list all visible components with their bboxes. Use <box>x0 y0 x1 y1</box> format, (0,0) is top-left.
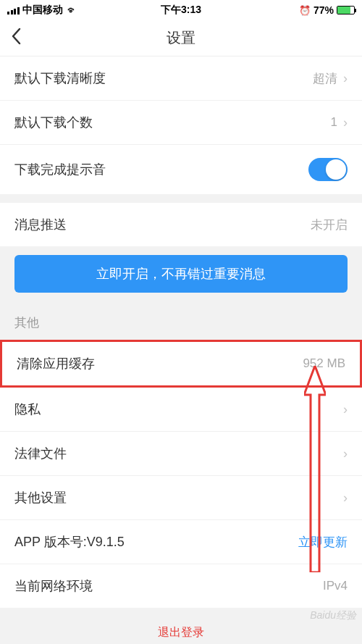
status-bar: 中国移动 ᯤ 下午3:13 ⏰ 77% <box>0 0 362 20</box>
battery-icon <box>337 6 355 14</box>
app-version-item[interactable]: APP 版本号:V9.1.5 立即更新 <box>0 520 362 564</box>
chevron-right-icon: › <box>343 490 348 506</box>
status-left: 中国移动 ᯤ <box>7 4 77 17</box>
download-complete-sound-item: 下载完成提示音 <box>0 145 362 194</box>
setting-value: IPv4 <box>323 579 348 593</box>
chevron-right-icon: › <box>343 402 348 417</box>
alarm-icon: ⏰ <box>299 5 311 16</box>
status-time: 下午3:13 <box>161 4 201 17</box>
setting-label: 法律文件 <box>14 445 67 462</box>
nav-header: 设置 <box>0 20 362 57</box>
setting-label: 其他设置 <box>14 489 67 506</box>
other-settings-group: 清除应用缓存 952 MB 隐私 › 法律文件 › 其他设置 › APP 版本号… <box>0 340 362 608</box>
setting-label: 默认下载清晰度 <box>14 70 106 87</box>
download-sound-toggle[interactable] <box>308 158 348 181</box>
message-push-item[interactable]: 消息推送 未开启 <box>0 203 362 246</box>
setting-value: 952 MB <box>303 356 345 371</box>
watermark: Baidu经验 <box>310 609 356 622</box>
toggle-knob <box>326 159 346 180</box>
page-title: 设置 <box>167 28 195 48</box>
logout-partial-text[interactable]: 退出登录 <box>154 622 208 644</box>
setting-label: 隐私 <box>14 401 41 418</box>
other-settings-item[interactable]: 其他设置 › <box>0 476 362 520</box>
carrier-label: 中国移动 <box>22 4 63 17</box>
chevron-right-icon: › <box>343 115 348 130</box>
setting-label: 下载完成提示音 <box>14 161 106 178</box>
setting-value: 超清 <box>313 70 337 87</box>
default-download-quality-item[interactable]: 默认下载清晰度 超清 › <box>0 57 362 101</box>
other-section-header: 其他 <box>0 301 362 340</box>
chevron-right-icon: › <box>343 446 348 461</box>
update-now-link[interactable]: 立即更新 <box>298 534 348 551</box>
setting-value: 未开启 <box>311 217 348 233</box>
setting-label: 默认下载个数 <box>14 114 93 131</box>
setting-value: 1 <box>331 115 337 130</box>
battery-percent: 77% <box>313 4 334 16</box>
download-settings-group: 默认下载清晰度 超清 › 默认下载个数 1 › 下载完成提示音 <box>0 57 362 194</box>
signal-icon <box>7 6 20 14</box>
network-env-item: 当前网络环境 IPv4 <box>0 564 362 608</box>
chevron-right-icon: › <box>343 71 348 86</box>
push-settings-group: 消息推送 未开启 <box>0 203 362 246</box>
setting-label: APP 版本号:V9.1.5 <box>14 533 125 551</box>
wifi-icon: ᯤ <box>67 4 77 16</box>
default-download-count-item[interactable]: 默认下载个数 1 › <box>0 101 362 145</box>
privacy-item[interactable]: 隐私 › <box>0 388 362 432</box>
enable-push-cta-button[interactable]: 立即开启，不再错过重要消息 <box>14 255 348 293</box>
back-button[interactable] <box>0 27 32 50</box>
setting-label: 清除应用缓存 <box>17 355 95 372</box>
legal-documents-item[interactable]: 法律文件 › <box>0 432 362 476</box>
clear-cache-item[interactable]: 清除应用缓存 952 MB <box>0 340 362 388</box>
status-right: ⏰ 77% <box>299 4 355 16</box>
setting-label: 消息推送 <box>14 216 67 233</box>
setting-label: 当前网络环境 <box>14 577 93 595</box>
